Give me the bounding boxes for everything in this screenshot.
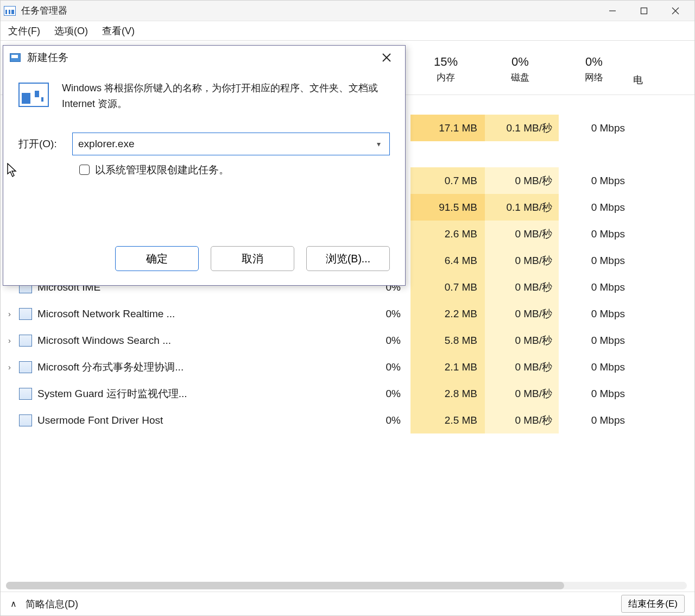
new-task-dialog: 新建任务 Windows 将根据你所键入的名称，为你打开相应的程序、文件夹、文档… [3, 45, 406, 286]
memory-cell: 2.8 MB [410, 380, 485, 407]
disk-cell: 0 MB/秒 [485, 300, 559, 327]
network-cell: 0 Mbps [559, 380, 633, 407]
memory-cell: 2.6 MB [410, 221, 485, 247]
menu-file[interactable]: 文件(F) [8, 24, 40, 37]
open-row: 打开(O): explorer.exe ▾ [18, 133, 390, 155]
process-name-cell: ›Microsoft Windows Search ... [1, 335, 344, 347]
process-icon [19, 308, 32, 320]
close-button[interactable] [660, 1, 691, 21]
maximize-button[interactable] [628, 1, 660, 21]
table-row[interactable]: ›Microsoft Windows Search ...0%5.8 MB0 M… [1, 327, 694, 354]
run-icon [18, 83, 49, 107]
network-cell: 0 Mbps [559, 221, 633, 247]
network-cell: 0 Mbps [559, 407, 633, 433]
col-network[interactable]: 0% 网络 [559, 41, 629, 95]
memory-cell: 5.8 MB [410, 327, 485, 354]
disk-cell: 0 MB/秒 [485, 221, 559, 247]
process-name: Usermode Font Driver Host [37, 414, 163, 426]
process-icon [19, 335, 32, 347]
window-title: 任务管理器 [21, 4, 67, 17]
app-icon [4, 6, 16, 16]
process-name: Microsoft 分布式事务处理协调... [37, 360, 184, 374]
process-icon [19, 388, 32, 400]
process-name: Microsoft Network Realtime ... [37, 308, 175, 320]
network-cell: 0 Mbps [559, 167, 633, 194]
process-name-cell: System Guard 运行时监视代理... [1, 387, 344, 401]
disk-cell: 0 MB/秒 [485, 380, 559, 407]
process-icon [19, 414, 32, 426]
cancel-button[interactable]: 取消 [211, 246, 294, 271]
memory-cell: 2.1 MB [410, 354, 485, 380]
network-cell: 0 Mbps [559, 115, 633, 141]
end-task-button[interactable]: 结束任务(E) [621, 595, 685, 613]
disk-cell: 0 MB/秒 [485, 167, 559, 194]
expand-icon[interactable]: › [8, 336, 19, 345]
minimize-button[interactable] [597, 1, 628, 21]
expand-icon[interactable]: › [8, 362, 19, 372]
scrollbar-thumb[interactable] [6, 582, 564, 589]
menu-options[interactable]: 选项(O) [54, 24, 88, 37]
network-cell: 0 Mbps [559, 327, 633, 354]
memory-cell: 6.4 MB [410, 247, 485, 274]
table-row[interactable]: ›Microsoft 分布式事务处理协调...0%2.1 MB0 MB/秒0 M… [1, 354, 694, 380]
memory-cell: 17.1 MB [410, 115, 485, 141]
cpu-cell: 0% [344, 361, 410, 373]
process-name-cell: ›Microsoft Network Realtime ... [1, 308, 344, 320]
disk-cell: 0 MB/秒 [485, 327, 559, 354]
disk-cell: 0 MB/秒 [485, 247, 559, 274]
admin-checkbox-row: 以系统管理权限创建此任务。 [18, 163, 390, 177]
table-row[interactable]: Usermode Font Driver Host0%2.5 MB0 MB/秒0… [1, 407, 694, 433]
collapse-caret-icon[interactable]: ∧ [10, 599, 17, 609]
table-row[interactable]: System Guard 运行时监视代理...0%2.8 MB0 MB/秒0 M… [1, 380, 694, 407]
process-name: Microsoft Windows Search ... [37, 335, 171, 347]
memory-cell: 91.5 MB [410, 194, 485, 221]
process-name-cell: Usermode Font Driver Host [1, 414, 344, 426]
cpu-cell: 0% [344, 414, 410, 426]
dialog-close-button[interactable] [375, 47, 399, 68]
cpu-cell: 0% [344, 388, 410, 400]
disk-cell: 0.1 MB/秒 [485, 194, 559, 221]
process-name: System Guard 运行时监视代理... [37, 387, 187, 401]
open-input-text[interactable]: explorer.exe [78, 138, 373, 150]
dialog-body: Windows 将根据你所键入的名称，为你打开相应的程序、文件夹、文档或 Int… [3, 70, 405, 236]
disk-cell: 0 MB/秒 [485, 274, 559, 300]
cpu-cell: 0% [344, 308, 410, 320]
menu-view[interactable]: 查看(V) [102, 24, 135, 37]
window-controls [597, 1, 691, 21]
col-extra[interactable]: 电 [633, 41, 643, 95]
chevron-down-icon[interactable]: ▾ [373, 140, 384, 148]
titlebar: 任务管理器 [1, 1, 694, 21]
mode-toggle[interactable]: 简略信息(D) [26, 598, 78, 611]
menubar: 文件(F) 选项(O) 查看(V) [1, 21, 694, 41]
dialog-buttons: 确定 取消 浏览(B)... [3, 236, 405, 285]
memory-cell: 2.2 MB [410, 300, 485, 327]
network-cell: 0 Mbps [559, 274, 633, 300]
browse-button[interactable]: 浏览(B)... [306, 246, 390, 271]
col-memory[interactable]: 15% 内存 [410, 41, 481, 95]
network-cell: 0 Mbps [559, 194, 633, 221]
open-label: 打开(O): [18, 137, 65, 151]
process-icon [19, 361, 32, 373]
dialog-titlebar: 新建任务 [3, 46, 405, 70]
run-dialog-icon [10, 53, 21, 62]
memory-cell: 0.7 MB [410, 274, 485, 300]
col-disk[interactable]: 0% 磁盘 [485, 41, 555, 95]
admin-checkbox[interactable] [79, 165, 90, 175]
dialog-description-row: Windows 将根据你所键入的名称，为你打开相应的程序、文件夹、文档或 Int… [18, 80, 390, 112]
disk-cell: 0 MB/秒 [485, 354, 559, 380]
memory-cell: 0.7 MB [410, 167, 485, 194]
statusbar: ∧ 简略信息(D) 结束任务(E) [1, 592, 694, 615]
table-row[interactable]: ›Microsoft Network Realtime ...0%2.2 MB0… [1, 300, 694, 327]
network-cell: 0 Mbps [559, 354, 633, 380]
ok-button[interactable]: 确定 [115, 246, 199, 271]
network-cell: 0 Mbps [559, 247, 633, 274]
open-combobox[interactable]: explorer.exe ▾ [72, 133, 390, 155]
network-cell: 0 Mbps [559, 300, 633, 327]
admin-label: 以系统管理权限创建此任务。 [95, 163, 229, 177]
memory-cell: 2.5 MB [410, 407, 485, 433]
horizontal-scrollbar[interactable] [6, 582, 687, 589]
process-name-cell: ›Microsoft 分布式事务处理协调... [1, 360, 344, 374]
svg-rect-1 [641, 8, 647, 14]
dialog-title: 新建任务 [27, 51, 68, 65]
expand-icon[interactable]: › [8, 309, 19, 318]
